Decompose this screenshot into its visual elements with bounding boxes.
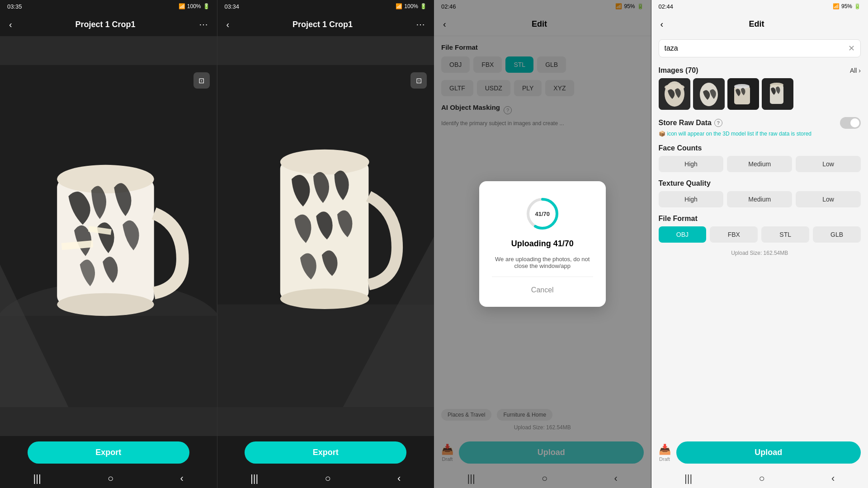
face-counts-label-4: Face Counts <box>659 144 861 152</box>
dialog-cancel-button[interactable]: Cancel <box>529 284 556 296</box>
back-button-1[interactable]: ‹ <box>7 18 14 32</box>
upload-dialog-overlay: 41/70 Uploading 41/70 We are uploading t… <box>434 0 651 488</box>
images-all-link-4[interactable]: All › <box>850 67 861 74</box>
store-raw-label-4: Store Raw Data ? <box>659 119 722 127</box>
panel4-bottom: 📥 Draft Upload <box>651 438 868 467</box>
store-raw-help-icon[interactable]: ? <box>714 119 722 127</box>
back-button-2[interactable]: ‹ <box>225 18 231 32</box>
face-high-btn[interactable]: High <box>659 156 724 172</box>
tex-medium-btn[interactable]: Medium <box>727 191 792 207</box>
draft-icon-4: 📥 <box>659 444 671 455</box>
search-clear-icon-4[interactable]: ✕ <box>848 43 855 53</box>
mug-image-2 <box>217 36 434 436</box>
back-nav-icon-4[interactable]: ‹ <box>824 471 842 486</box>
thumb-3[interactable] <box>727 78 759 110</box>
panel-1: 03:35 📶 100% 🔋 ‹ Project 1 Crop1 ⋯ ⊡ <box>0 0 217 488</box>
thumb-4[interactable] <box>762 78 793 110</box>
status-right-1: 📶 100% 🔋 <box>179 3 210 9</box>
menu-icon-2[interactable]: ||| <box>243 471 265 486</box>
export-button-2[interactable]: Export <box>245 441 406 464</box>
home-icon-2[interactable]: ○ <box>318 471 338 486</box>
storage-icon: 📦 <box>659 131 665 137</box>
texture-label-4: Texture Quality <box>659 179 861 188</box>
top-bar-4: ‹ Edit <box>651 13 868 36</box>
texture-options: High Medium Low <box>659 191 861 207</box>
time-2: 03:34 <box>225 3 240 10</box>
export-button-1[interactable]: Export <box>28 441 189 464</box>
home-icon-4[interactable]: ○ <box>752 471 772 486</box>
status-bar-1: 03:35 📶 100% 🔋 <box>0 0 217 13</box>
search-bar-4: ✕ <box>659 39 861 57</box>
p4-fmt-obj[interactable]: OBJ <box>659 226 707 243</box>
dialog-desc: We are uploading the photos, do not clos… <box>492 256 593 269</box>
status-bar-4: 02:44 📶 95% 🔋 <box>651 0 868 13</box>
thumb-1[interactable] <box>659 78 690 110</box>
file-format-label-4: File Format <box>659 215 861 223</box>
photo-area-2: ⊡ <box>217 36 434 436</box>
more-button-1[interactable]: ⋯ <box>197 17 210 32</box>
nav-bar-2: ||| ○ ‹ <box>217 467 434 488</box>
tex-low-btn[interactable]: Low <box>796 191 861 207</box>
back-nav-icon-1[interactable]: ‹ <box>173 471 191 486</box>
p4-fmt-stl[interactable]: STL <box>761 226 809 243</box>
progress-ring: 41/70 <box>524 196 561 232</box>
svg-point-27 <box>770 83 783 87</box>
bottom-bar-1: Export <box>0 436 217 467</box>
top-bar-1: ‹ Project 1 Crop1 ⋯ <box>0 13 217 36</box>
battery-icon-1: 🔋 <box>203 3 210 9</box>
menu-icon-1[interactable]: ||| <box>26 471 48 486</box>
upload-button-4[interactable]: Upload <box>676 441 861 464</box>
dialog-title: Uploading 41/70 <box>511 239 574 249</box>
face-low-btn[interactable]: Low <box>796 156 861 172</box>
battery-4: 95% <box>841 3 852 9</box>
menu-icon-4[interactable]: ||| <box>677 471 699 486</box>
p4-fmt-fbx[interactable]: FBX <box>710 226 758 243</box>
battery-icon-4: 🔋 <box>854 3 861 9</box>
photo-area-1: ⊡ <box>0 36 217 436</box>
title-2: Project 1 Crop1 <box>292 20 353 29</box>
store-raw-toggle[interactable] <box>840 117 861 129</box>
face-medium-btn[interactable]: Medium <box>727 156 792 172</box>
wifi-icon-4: 📶 <box>833 3 840 9</box>
svg-point-14 <box>280 289 369 309</box>
images-section-header: Images (70) All › <box>659 66 861 75</box>
draft-label-4: Draft <box>659 456 670 462</box>
progress-text: 41/70 <box>535 211 550 217</box>
crop-button-1[interactable]: ⊡ <box>193 72 210 89</box>
battery-icon-2: 🔋 <box>420 3 427 9</box>
svg-point-13 <box>280 150 369 175</box>
title-1: Project 1 Crop1 <box>75 20 136 29</box>
wifi-icon-1: 📶 <box>179 3 185 9</box>
back-nav-icon-2[interactable]: ‹ <box>390 471 408 486</box>
draft-button-4[interactable]: 📥 Draft <box>659 444 671 462</box>
home-icon-1[interactable]: ○ <box>100 471 121 486</box>
thumb-2[interactable] <box>693 78 725 110</box>
svg-point-24 <box>734 84 750 89</box>
images-grid-4 <box>659 78 861 110</box>
status-right-4: 📶 95% 🔋 <box>833 3 861 9</box>
back-button-4[interactable]: ‹ <box>659 17 665 31</box>
status-bar-2: 03:34 📶 100% 🔋 <box>217 0 434 13</box>
store-raw-row: Store Raw Data ? <box>659 117 861 129</box>
p4-fmt-glb[interactable]: GLB <box>813 226 861 243</box>
svg-point-19 <box>665 84 684 90</box>
dialog-divider <box>492 277 593 277</box>
store-raw-desc-4: 📦 icon will appear on the 3D model list … <box>659 131 861 137</box>
file-format-options: OBJ FBX STL GLB <box>659 226 861 243</box>
panel-3: 02:46 📶 95% 🔋 ‹ Edit File Format OBJ FBX… <box>434 0 651 488</box>
crop-button-2[interactable]: ⊡ <box>410 72 427 89</box>
panel-2: 03:34 📶 100% 🔋 ‹ Project 1 Crop1 ⋯ ⊡ <box>217 0 434 488</box>
svg-point-6 <box>57 293 154 316</box>
mug-image-1 <box>0 36 217 436</box>
time-1: 03:35 <box>7 3 22 10</box>
nav-bar-4: ||| ○ ‹ <box>651 467 868 488</box>
images-title-4: Images (70) <box>659 66 698 75</box>
time-4: 02:44 <box>659 3 674 10</box>
bottom-bar-2: Export <box>217 436 434 467</box>
top-bar-2: ‹ Project 1 Crop1 ⋯ <box>217 13 434 36</box>
face-counts-options: High Medium Low <box>659 156 861 172</box>
nav-bar-1: ||| ○ ‹ <box>0 467 217 488</box>
tex-high-btn[interactable]: High <box>659 191 724 207</box>
more-button-2[interactable]: ⋯ <box>414 17 427 32</box>
search-input-4[interactable] <box>665 44 845 52</box>
